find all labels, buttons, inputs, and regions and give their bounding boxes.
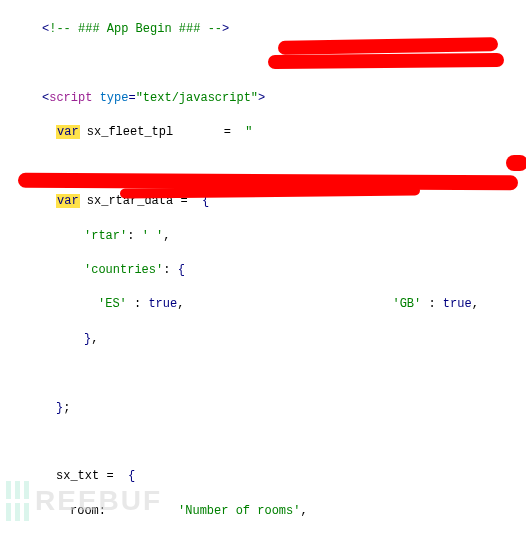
rtar-key: 'rtar' [84,229,127,243]
rtar-val: ' ' [142,229,164,243]
gb-true: true [443,297,472,311]
watermark-logo-icon [6,481,29,521]
script-open-tag: script [49,91,92,105]
txt-room-v: 'Number of rooms' [178,504,300,518]
watermark: REEBUF [6,481,162,521]
comment-app-begin: !-- ### App Begin ### -- [49,22,222,36]
redaction-stroke [506,155,526,171]
countries-key: 'countries' [84,263,163,277]
script-attr-name: type [100,91,129,105]
redaction-stroke [268,53,504,69]
var-keyword-2: var [56,194,80,208]
script-attr-val: "text/javascript" [136,91,258,105]
es-true: true [148,297,177,311]
var-keyword: var [56,125,80,139]
code-block: <!-- ### App Begin ### --> <script type=… [0,0,526,535]
gb-key: 'GB' [392,297,421,311]
var-fleet-tpl: sx_fleet_tpl [87,125,173,139]
es-key: 'ES' [98,297,127,311]
watermark-text: REEBUF [35,492,162,509]
